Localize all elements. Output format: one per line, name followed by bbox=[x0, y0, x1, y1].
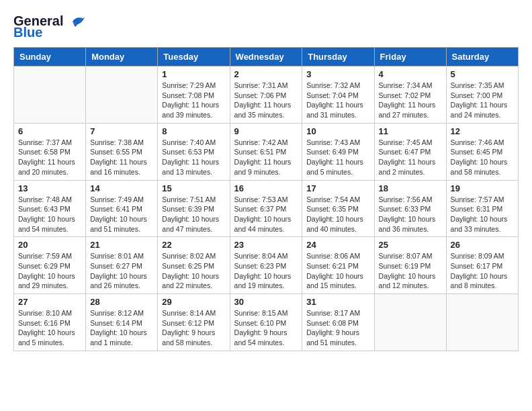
calendar-cell bbox=[446, 294, 518, 351]
day-info: Sunrise: 7:51 AM Sunset: 6:39 PM Dayligh… bbox=[162, 195, 225, 234]
day-number: 9 bbox=[234, 126, 298, 136]
calendar-cell: 1Sunrise: 7:29 AM Sunset: 7:08 PM Daylig… bbox=[158, 66, 230, 124]
page-header: General Blue bbox=[13, 13, 519, 40]
day-info: Sunrise: 7:32 AM Sunset: 7:04 PM Dayligh… bbox=[306, 81, 369, 120]
calendar-cell: 13Sunrise: 7:48 AM Sunset: 6:43 PM Dayli… bbox=[14, 180, 86, 237]
calendar-week-row: 20Sunrise: 7:59 AM Sunset: 6:29 PM Dayli… bbox=[14, 237, 519, 294]
day-number: 17 bbox=[306, 183, 369, 193]
day-number: 14 bbox=[90, 183, 153, 193]
day-number: 11 bbox=[379, 126, 442, 136]
day-number: 29 bbox=[162, 297, 225, 307]
day-info: Sunrise: 7:56 AM Sunset: 6:33 PM Dayligh… bbox=[379, 195, 442, 234]
calendar-cell: 10Sunrise: 7:43 AM Sunset: 6:49 PM Dayli… bbox=[302, 123, 374, 180]
day-info: Sunrise: 8:10 AM Sunset: 6:16 PM Dayligh… bbox=[18, 308, 81, 348]
day-number: 19 bbox=[451, 183, 514, 193]
day-number: 13 bbox=[18, 183, 81, 193]
day-info: Sunrise: 7:35 AM Sunset: 7:00 PM Dayligh… bbox=[451, 81, 514, 120]
calendar-week-row: 6Sunrise: 7:37 AM Sunset: 6:58 PM Daylig… bbox=[14, 123, 519, 180]
calendar-cell: 25Sunrise: 8:07 AM Sunset: 6:19 PM Dayli… bbox=[374, 237, 446, 294]
day-number: 18 bbox=[379, 183, 442, 193]
day-info: Sunrise: 8:09 AM Sunset: 6:17 PM Dayligh… bbox=[451, 251, 514, 291]
day-info: Sunrise: 7:54 AM Sunset: 6:35 PM Dayligh… bbox=[306, 195, 369, 234]
day-info: Sunrise: 8:02 AM Sunset: 6:25 PM Dayligh… bbox=[162, 251, 225, 291]
day-number: 12 bbox=[451, 126, 514, 136]
calendar-cell: 30Sunrise: 8:15 AM Sunset: 6:10 PM Dayli… bbox=[230, 294, 302, 351]
calendar-cell: 31Sunrise: 8:17 AM Sunset: 6:08 PM Dayli… bbox=[302, 294, 374, 351]
calendar-cell: 3Sunrise: 7:32 AM Sunset: 7:04 PM Daylig… bbox=[302, 66, 374, 124]
day-info: Sunrise: 7:40 AM Sunset: 6:53 PM Dayligh… bbox=[162, 138, 225, 177]
day-info: Sunrise: 7:48 AM Sunset: 6:43 PM Dayligh… bbox=[18, 195, 81, 234]
calendar-cell: 14Sunrise: 7:49 AM Sunset: 6:41 PM Dayli… bbox=[86, 180, 158, 237]
day-info: Sunrise: 7:31 AM Sunset: 7:06 PM Dayligh… bbox=[234, 81, 298, 120]
weekday-header-saturday: Saturday bbox=[446, 48, 518, 66]
weekday-header-tuesday: Tuesday bbox=[158, 48, 230, 66]
day-number: 24 bbox=[306, 240, 369, 250]
calendar-cell: 16Sunrise: 7:53 AM Sunset: 6:37 PM Dayli… bbox=[230, 180, 302, 237]
calendar-cell: 18Sunrise: 7:56 AM Sunset: 6:33 PM Dayli… bbox=[374, 180, 446, 237]
day-number: 21 bbox=[90, 240, 153, 250]
calendar-cell: 9Sunrise: 7:42 AM Sunset: 6:51 PM Daylig… bbox=[230, 123, 302, 180]
calendar-cell: 23Sunrise: 8:04 AM Sunset: 6:23 PM Dayli… bbox=[230, 237, 302, 294]
day-info: Sunrise: 7:37 AM Sunset: 6:58 PM Dayligh… bbox=[18, 138, 81, 177]
weekday-header-sunday: Sunday bbox=[14, 48, 86, 66]
calendar-table: SundayMondayTuesdayWednesdayThursdayFrid… bbox=[13, 47, 519, 351]
day-info: Sunrise: 8:07 AM Sunset: 6:19 PM Dayligh… bbox=[379, 251, 442, 291]
day-number: 10 bbox=[306, 126, 369, 136]
day-number: 20 bbox=[18, 240, 81, 250]
day-info: Sunrise: 7:46 AM Sunset: 6:45 PM Dayligh… bbox=[451, 138, 514, 177]
calendar-cell: 5Sunrise: 7:35 AM Sunset: 7:00 PM Daylig… bbox=[446, 66, 518, 124]
weekday-header-monday: Monday bbox=[86, 48, 158, 66]
day-number: 30 bbox=[234, 297, 298, 307]
calendar-cell: 20Sunrise: 7:59 AM Sunset: 6:29 PM Dayli… bbox=[14, 237, 86, 294]
day-info: Sunrise: 7:29 AM Sunset: 7:08 PM Dayligh… bbox=[162, 81, 225, 120]
weekday-header-friday: Friday bbox=[374, 48, 446, 66]
calendar-week-row: 1Sunrise: 7:29 AM Sunset: 7:08 PM Daylig… bbox=[14, 66, 519, 124]
calendar-cell: 24Sunrise: 8:06 AM Sunset: 6:21 PM Dayli… bbox=[302, 237, 374, 294]
logo: General Blue bbox=[13, 13, 86, 40]
day-info: Sunrise: 7:42 AM Sunset: 6:51 PM Dayligh… bbox=[234, 138, 298, 177]
calendar-cell: 21Sunrise: 8:01 AM Sunset: 6:27 PM Dayli… bbox=[86, 237, 158, 294]
day-number: 27 bbox=[18, 297, 81, 307]
day-number: 22 bbox=[162, 240, 225, 250]
day-number: 1 bbox=[162, 69, 225, 79]
logo-bird-icon bbox=[66, 15, 86, 28]
calendar-cell: 4Sunrise: 7:34 AM Sunset: 7:02 PM Daylig… bbox=[374, 66, 446, 124]
weekday-header-thursday: Thursday bbox=[302, 48, 374, 66]
day-number: 4 bbox=[379, 69, 442, 79]
day-info: Sunrise: 7:57 AM Sunset: 6:31 PM Dayligh… bbox=[451, 195, 514, 234]
day-info: Sunrise: 7:43 AM Sunset: 6:49 PM Dayligh… bbox=[306, 138, 369, 177]
calendar-cell: 2Sunrise: 7:31 AM Sunset: 7:06 PM Daylig… bbox=[230, 66, 302, 124]
day-number: 15 bbox=[162, 183, 225, 193]
calendar-week-row: 13Sunrise: 7:48 AM Sunset: 6:43 PM Dayli… bbox=[14, 180, 519, 237]
day-info: Sunrise: 8:06 AM Sunset: 6:21 PM Dayligh… bbox=[306, 251, 369, 291]
calendar-cell: 29Sunrise: 8:14 AM Sunset: 6:12 PM Dayli… bbox=[158, 294, 230, 351]
calendar-cell bbox=[14, 66, 86, 124]
day-info: Sunrise: 7:45 AM Sunset: 6:47 PM Dayligh… bbox=[379, 138, 442, 177]
calendar-cell: 19Sunrise: 7:57 AM Sunset: 6:31 PM Dayli… bbox=[446, 180, 518, 237]
calendar-cell bbox=[86, 66, 158, 124]
day-number: 26 bbox=[451, 240, 514, 250]
day-number: 28 bbox=[90, 297, 153, 307]
calendar-week-row: 27Sunrise: 8:10 AM Sunset: 6:16 PM Dayli… bbox=[14, 294, 519, 351]
day-info: Sunrise: 7:34 AM Sunset: 7:02 PM Dayligh… bbox=[379, 81, 442, 120]
day-info: Sunrise: 8:17 AM Sunset: 6:08 PM Dayligh… bbox=[306, 308, 369, 348]
day-number: 2 bbox=[234, 69, 298, 79]
day-info: Sunrise: 8:04 AM Sunset: 6:23 PM Dayligh… bbox=[234, 251, 298, 291]
day-info: Sunrise: 8:12 AM Sunset: 6:14 PM Dayligh… bbox=[90, 308, 153, 348]
day-number: 16 bbox=[234, 183, 298, 193]
calendar-cell bbox=[374, 294, 446, 351]
calendar-cell: 17Sunrise: 7:54 AM Sunset: 6:35 PM Dayli… bbox=[302, 180, 374, 237]
day-info: Sunrise: 7:59 AM Sunset: 6:29 PM Dayligh… bbox=[18, 251, 81, 291]
day-number: 8 bbox=[162, 126, 225, 136]
day-info: Sunrise: 8:14 AM Sunset: 6:12 PM Dayligh… bbox=[162, 308, 225, 348]
day-number: 31 bbox=[306, 297, 369, 307]
day-number: 25 bbox=[379, 240, 442, 250]
day-info: Sunrise: 7:49 AM Sunset: 6:41 PM Dayligh… bbox=[90, 195, 153, 234]
calendar-cell: 26Sunrise: 8:09 AM Sunset: 6:17 PM Dayli… bbox=[446, 237, 518, 294]
day-info: Sunrise: 7:38 AM Sunset: 6:55 PM Dayligh… bbox=[90, 138, 153, 177]
day-number: 5 bbox=[451, 69, 514, 79]
calendar-cell: 6Sunrise: 7:37 AM Sunset: 6:58 PM Daylig… bbox=[14, 123, 86, 180]
calendar-cell: 12Sunrise: 7:46 AM Sunset: 6:45 PM Dayli… bbox=[446, 123, 518, 180]
calendar-cell: 27Sunrise: 8:10 AM Sunset: 6:16 PM Dayli… bbox=[14, 294, 86, 351]
day-info: Sunrise: 8:01 AM Sunset: 6:27 PM Dayligh… bbox=[90, 251, 153, 291]
